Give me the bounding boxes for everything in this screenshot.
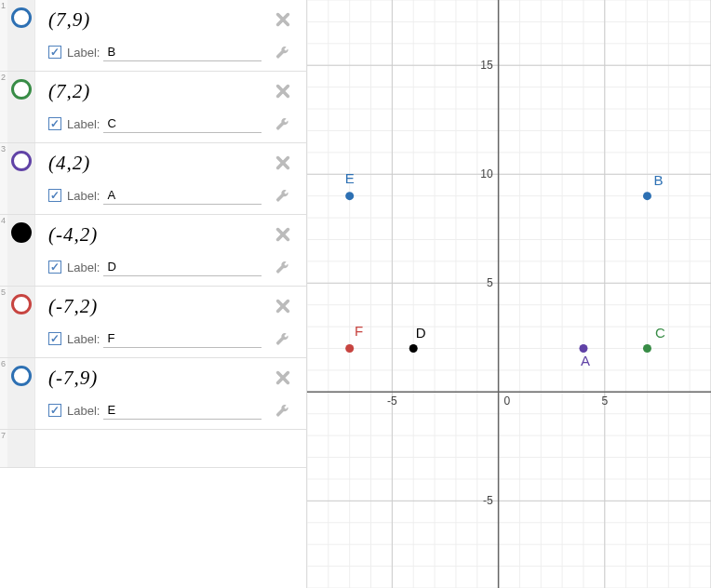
row-body: (7,9)Label: — [35, 0, 306, 71]
point-label: B — [653, 172, 663, 188]
row-number: 5 — [0, 287, 7, 357]
settings-icon[interactable] — [275, 115, 291, 132]
color-dot-icon[interactable] — [11, 79, 32, 100]
settings-icon[interactable] — [275, 187, 291, 204]
row-body: (4,2)Label: — [35, 143, 306, 214]
delete-icon[interactable] — [275, 11, 291, 28]
settings-icon[interactable] — [275, 259, 291, 275]
data-point[interactable] — [345, 192, 354, 200]
settings-icon[interactable] — [275, 44, 291, 60]
data-point[interactable] — [643, 192, 651, 200]
settings-icon[interactable] — [275, 402, 291, 419]
row-gutter — [7, 143, 35, 214]
color-dot-icon[interactable] — [11, 294, 32, 314]
row-gutter — [7, 215, 35, 286]
expression-text[interactable]: (-7,2) — [48, 295, 275, 318]
color-dot-icon[interactable] — [11, 151, 32, 171]
label-caption: Label: — [67, 404, 100, 418]
point-label: C — [655, 325, 665, 341]
point-label: E — [345, 170, 355, 186]
delete-icon[interactable] — [275, 298, 291, 314]
delete-icon[interactable] — [275, 226, 291, 243]
label-checkbox[interactable] — [48, 261, 61, 274]
data-point[interactable] — [409, 344, 418, 353]
label-checkbox[interactable] — [48, 404, 61, 417]
label-checkbox[interactable] — [48, 189, 61, 202]
color-dot-icon[interactable] — [11, 222, 32, 243]
svg-text:5: 5 — [487, 276, 493, 289]
label-caption: Label: — [67, 117, 100, 131]
label-checkbox[interactable] — [48, 117, 61, 130]
expression-text[interactable]: (-4,2) — [48, 223, 275, 247]
row-number: 3 — [0, 143, 7, 214]
svg-text:15: 15 — [480, 59, 493, 72]
row-gutter — [7, 358, 35, 429]
row-gutter — [7, 72, 35, 142]
point-label: D — [416, 325, 426, 341]
svg-text:5: 5 — [601, 394, 608, 408]
label-caption: Label: — [67, 261, 100, 274]
svg-text:10: 10 — [480, 167, 493, 180]
expression-list: 1(7,9)Label:2(7,2)Label:3(4,2)Label:4(-4… — [0, 0, 307, 588]
expression-text[interactable]: (-7,9) — [48, 367, 275, 390]
empty-expression-row[interactable]: 7 — [0, 430, 306, 468]
point-label: A — [581, 353, 590, 368]
row-body: (-7,9)Label: — [35, 358, 306, 429]
row-body: (7,2)Label: — [35, 72, 306, 142]
label-checkbox[interactable] — [48, 332, 61, 345]
row-number: 4 — [0, 215, 7, 286]
label-input[interactable] — [103, 401, 262, 420]
label-input[interactable] — [103, 186, 262, 205]
label-input[interactable] — [103, 329, 262, 348]
label-checkbox[interactable] — [48, 46, 61, 59]
svg-text:-5: -5 — [387, 394, 397, 408]
expression-row[interactable]: 3(4,2)Label: — [0, 143, 306, 215]
row-number: 1 — [0, 0, 7, 71]
label-caption: Label: — [67, 46, 100, 60]
graph-canvas[interactable]: -505-551015BCADFE — [307, 0, 711, 588]
delete-icon[interactable] — [275, 83, 291, 100]
row-number: 2 — [0, 72, 7, 142]
label-caption: Label: — [67, 189, 100, 203]
svg-text:-5: -5 — [483, 494, 493, 507]
delete-icon[interactable] — [275, 369, 291, 386]
svg-text:0: 0 — [504, 394, 511, 408]
point-label: F — [355, 323, 363, 339]
expression-row[interactable]: 1(7,9)Label: — [0, 0, 306, 72]
expression-text[interactable]: (7,9) — [48, 8, 275, 32]
settings-icon[interactable] — [275, 330, 291, 347]
row-number: 7 — [0, 430, 7, 467]
data-point[interactable] — [345, 344, 354, 353]
expression-row[interactable]: 5(-7,2)Label: — [0, 287, 306, 358]
delete-icon[interactable] — [275, 154, 291, 171]
row-gutter — [7, 0, 35, 71]
row-body: (-7,2)Label: — [35, 287, 306, 357]
label-input[interactable] — [103, 43, 262, 61]
label-input[interactable] — [103, 258, 262, 276]
expression-text[interactable]: (4,2) — [48, 152, 275, 175]
row-body: (-4,2)Label: — [35, 215, 306, 286]
color-dot-icon[interactable] — [11, 366, 32, 386]
row-number: 6 — [0, 358, 7, 429]
expression-row[interactable]: 4(-4,2)Label: — [0, 215, 306, 287]
expression-row[interactable]: 2(7,2)Label: — [0, 72, 306, 143]
label-caption: Label: — [67, 332, 100, 346]
expression-text[interactable]: (7,2) — [48, 80, 275, 103]
expression-row[interactable]: 6(-7,9)Label: — [0, 358, 306, 430]
graph-area[interactable]: -505-551015BCADFE — [307, 0, 711, 588]
row-gutter — [7, 287, 35, 357]
label-input[interactable] — [103, 114, 262, 133]
color-dot-icon[interactable] — [11, 7, 32, 28]
data-point[interactable] — [643, 344, 651, 353]
